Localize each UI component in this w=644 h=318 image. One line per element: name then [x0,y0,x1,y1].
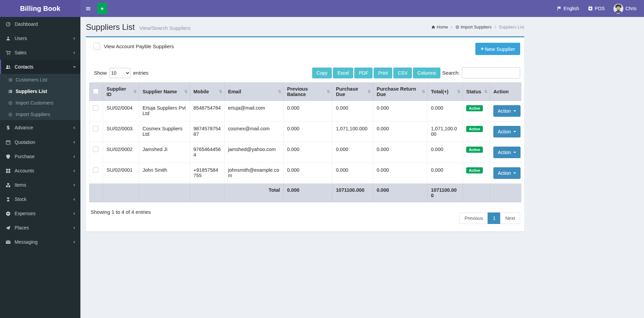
column-previous-balance[interactable]: Previous Balance⇅ [284,83,333,101]
sidebar-item-label: Accounts [15,168,34,173]
sidebar-item-label: Purchase [15,154,35,159]
column-status[interactable]: Status⇅ [463,83,490,101]
status-badge: Active [466,105,483,111]
cell-mobile: 987457875487 [190,121,225,142]
sidebar-item-suppliers-list[interactable]: Suppliers List [0,86,80,97]
chevron-left-icon: ‹ [73,197,75,202]
calendar-icon [5,140,11,145]
cell-supplier-name: Jamshed Ji [139,142,190,163]
sidebar-item-contacts[interactable]: Contacts ‹ [0,60,80,74]
cell-total: 0.000 [428,163,463,184]
sidebar-toggle-button[interactable]: ≡ [80,0,96,17]
pagination-page-1[interactable]: 1 [488,212,500,224]
sidebar-item-customers-list[interactable]: Customers List [0,74,80,86]
copy-button[interactable]: Copy [312,68,332,78]
sidebar-item-advance[interactable]: $ Advance ‹ [0,120,80,135]
sort-icon: ⇅ [422,89,425,94]
column-supplier-name[interactable]: Supplier Name⇅ [139,83,190,101]
pagination-next[interactable]: Next [500,212,520,224]
export-buttons: Copy Excel PDF Print CSV Columns [312,68,441,78]
sidebar-item-users[interactable]: Users ‹ [0,31,80,45]
pdf-button[interactable]: PDF [354,68,373,78]
plus-icon: + [480,46,484,52]
breadcrumb-home[interactable]: Home [431,25,448,30]
quick-add-button[interactable]: + [97,3,107,14]
row-checkbox[interactable] [93,147,98,152]
row-action-button[interactable]: Action [493,126,520,137]
excel-button[interactable]: Excel [333,68,353,78]
row-action-button[interactable]: Action [493,167,520,179]
view-payble-label[interactable]: View Account Payble Suppliers [93,43,174,50]
sidebar-item-dashboard[interactable]: Dashboard [0,17,80,31]
cell-purchase-return-due: 0.000 [373,142,428,163]
caret-down-icon [513,152,516,153]
row-action-button[interactable]: Action [493,105,520,117]
content-header: Suppliers List View/Search Suppliers Hom… [80,17,530,36]
page-length-select[interactable]: 10 [110,68,131,78]
list-icon [8,78,13,82]
language-icon [557,6,562,11]
cell-previous-balance: 0.000 [284,142,333,163]
cell-purchase-return-due: 0.000 [373,163,428,184]
sidebar-item-items[interactable]: Items ‹ [0,178,80,192]
pos-button[interactable]: POS [588,6,605,11]
column-purchase-return-due[interactable]: Purchase Return Due⇅ [373,83,428,101]
row-checkbox[interactable] [93,167,98,173]
sidebar-item-purchase[interactable]: Purchase ‹ [0,149,80,164]
chevron-left-icon: ‹ [73,225,75,230]
user-menu[interactable]: Chris [613,4,637,14]
content-area: Suppliers List View/Search Suppliers Hom… [80,17,644,318]
column-total[interactable]: Total(+)⇅ [428,83,463,101]
cell-supplier-id: SU/02/0001 [103,163,139,184]
breadcrumb-separator: > [450,25,453,30]
pagination-previous[interactable]: Previous [459,212,488,224]
row-checkbox[interactable] [93,105,98,111]
sidebar-item-label: Advance [15,125,33,130]
sidebar-item-import-customers[interactable]: Import Customers [0,97,80,109]
box-top-row: View Account Payble Suppliers + New Supp… [89,41,521,56]
caret-down-icon [513,172,516,174]
column-email[interactable]: Email⇅ [225,83,284,101]
search-input[interactable] [462,67,520,78]
sidebar-item-messaging[interactable]: Messaging ‹ [0,235,80,249]
print-button[interactable]: Print [374,68,392,78]
chevron-down-icon: ‹ [72,66,77,68]
hourglass-icon [5,197,11,202]
sidebar-item-places[interactable]: Places ‹ [0,221,80,235]
status-badge: Active [466,147,483,153]
submenu-item-label: Suppliers List [16,89,47,94]
sidebar-nav: Dashboard Users ‹ Sales ‹ Contacts ‹ Cus… [0,17,80,249]
list-icon [8,89,13,94]
column-mobile[interactable]: Mobile⇅ [190,83,225,101]
sidebar-item-import-suppliers[interactable]: Import Suppliers [0,109,80,120]
sidebar-item-label: Dashboard [15,21,38,27]
columns-button[interactable]: Columns [413,68,440,78]
sidebar-item-stock[interactable]: Stock ‹ [0,192,80,206]
dollar-icon: $ [5,125,11,131]
table-row: SU/02/0002 Jamshed Ji 97654644564 jamshe… [90,142,521,163]
row-checkbox[interactable] [93,126,98,131]
cell-total: 1,071,100.000 [428,121,463,142]
brand-logo[interactable]: Billing Book [0,0,80,17]
sidebar-item-sales[interactable]: Sales ‹ [0,45,80,60]
row-action-button[interactable]: Action [493,147,520,158]
cell-purchase-due: 0.000 [333,163,373,184]
breadcrumb-import-suppliers[interactable]: Import Suppliers [455,25,492,30]
view-payble-checkbox[interactable] [93,43,100,50]
sidebar-item-accounts[interactable]: Accounts ‹ [0,164,80,178]
language-menu[interactable]: English [557,6,579,11]
new-supplier-button[interactable]: + New Supplier [475,43,520,55]
column-purchase-due[interactable]: Purchase Due⇅ [333,83,373,101]
cell-total: 0.000 [428,142,463,163]
select-all-header [90,83,103,101]
sort-icon: ⇅ [278,89,281,94]
csv-button[interactable]: CSV [393,68,412,78]
grid-icon [5,168,11,173]
sidebar-item-quotation[interactable]: Quotation ‹ [0,135,80,149]
sidebar-item-expenses[interactable]: Expenses ‹ [0,206,80,221]
select-all-checkbox[interactable] [93,89,98,94]
cell-previous-balance: 0.000 [284,121,333,142]
chevron-left-icon: ‹ [73,50,75,55]
cell-supplier-name: Cosmex Suppliers Ltd [139,121,190,142]
column-supplier-id[interactable]: Supplier ID⇅ [103,83,139,101]
